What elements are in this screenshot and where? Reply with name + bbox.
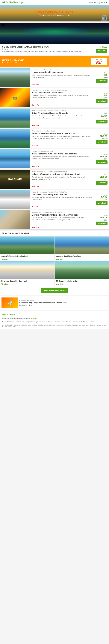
- header: GROUPON Getaways View All Getaways Deals…: [0, 0, 109, 5]
- deal-save-convenient-nj: Save 47%: [32, 206, 92, 208]
- from-label: From: [104, 113, 107, 114]
- deal-card-convenient-nj: Wayne, NJ — Ramada by Wyndham Wayne Fair…: [0, 190, 109, 209]
- mini-deal-link-adirondacks[interactable]: View Deal: [56, 283, 63, 285]
- deal-price-wrapper: From $1,459 $2,060: [101, 112, 107, 119]
- deal-location-kalahari: Pocono Mountains, PA — Kalahari Resorts …: [32, 171, 92, 172]
- deal-body-stmaarten: Maho Bay, Sint Maarten — Sonesta Ocean P…: [30, 108, 94, 128]
- deal-original-price-convenient-nj: $87: [105, 199, 107, 200]
- deal-price-wrapper: From $45.90 $87: [101, 194, 107, 201]
- deal-title-kalahari: Kalahari Waterpark in the Poconos with A…: [32, 173, 92, 175]
- deal-location-nj-resort: Parsippany, NJ — Wyndham Hotel: [32, 151, 92, 152]
- iceland-deal-location: Reykjavik: [2, 48, 92, 50]
- deal-title-luxury-resort: Luxury Resort in White Mountains: [32, 71, 92, 74]
- mini-deal-content-adirondacks: 4.5-Star Adirondacks Lodge View Deal: [55, 279, 109, 286]
- footer-groupon-logo: GROUPON: [2, 313, 15, 316]
- deal-pricing-luxury-resort: From $99 $141 View Deal: [94, 68, 109, 87]
- header-nav[interactable]: View All Getaways Deals ▾: [87, 2, 107, 4]
- view-all-getaways-button[interactable]: View All Getaways Deals: [41, 288, 68, 293]
- hero-banner: LONG WEEKEND PLANS? Plan your Memorial D…: [0, 5, 109, 22]
- view-deal-btn-luxury-resort[interactable]: View Deal: [96, 79, 107, 83]
- iceland-deal-pricing: From $599 View Deal: [92, 46, 107, 53]
- promo-title: EXTRA 10% OFF: [2, 59, 24, 62]
- deal-price-wrapper: From $115.20 $144: [99, 214, 107, 221]
- view-deal-btn-convenient-nj[interactable]: View Deal: [96, 201, 107, 205]
- deal-price-convenient-nj: $45.90: [101, 196, 107, 198]
- deal-location-poconos: Tannersville, PA — Camelback Resort: [32, 130, 92, 132]
- deal-pricing-convenient-nj: From $45.90 $87 View Deal: [94, 190, 109, 209]
- footer-help-text: Need Help? Have Feedback? Feel free to c…: [2, 318, 107, 320]
- deal-card-poconos: Tannersville, PA — Camelback Resort Moun…: [0, 129, 109, 148]
- iceland-from-label: From $599: [99, 46, 107, 48]
- iceland-deal-description: Explore Reykjavik on your own or take on…: [2, 50, 92, 52]
- from-label: From: [104, 134, 107, 135]
- hero-title: LONG WEEKEND PLANS?: [36, 10, 73, 14]
- from-label: From: [104, 72, 107, 74]
- mini-deal-ocean-city: Hotel near Ocean City Boardwalk View Dea…: [0, 261, 54, 286]
- iceland-deal-content: ✈ 5-Day Iceland Vacation with Air from G…: [0, 44, 109, 55]
- deal-location-luxury-resort: Lincoln, NH — The Mountain Club on Loon: [32, 69, 92, 71]
- deal-location-convenient-nj: Wayne, NJ — Ramada by Wyndham Wayne Fair…: [32, 192, 92, 193]
- view-deal-btn-nj-resort[interactable]: View Deal: [96, 160, 107, 164]
- deal-card-stmaarten: Maho Bay, Sint Maarten — Sonesta Ocean P…: [0, 108, 109, 128]
- deal-body-nj-resort: Parsippany, NJ — Wyndham Hotel 4-Star Re…: [30, 149, 94, 168]
- deal-card-luxury-resort: Lincoln, NH — The Mountain Club on Loon …: [0, 68, 109, 87]
- deal-card-inner: Ledyard, CT — The Fox Tower at Foxwoods …: [0, 88, 109, 107]
- hero-content: LONG WEEKEND PLANS? Plan your Memorial D…: [36, 10, 73, 16]
- deal-image-luxury-resort: [0, 68, 30, 87]
- view-deal-btn-poconos[interactable]: View Deal: [96, 140, 107, 144]
- footer-contact-link[interactable]: contact us: [30, 318, 37, 319]
- mini-deal-image-maryland: [55, 236, 109, 254]
- deal-desc-kalahari: Recently opened waterpark resort with yo…: [32, 176, 92, 180]
- deal-pricing-nj-resort: From $119.40 $393 View Deal: [94, 149, 109, 168]
- deal-image-poconos: [0, 129, 30, 148]
- iceland-view-deal-button[interactable]: View Deal: [96, 49, 107, 53]
- mini-deal-link-maryland[interactable]: View Deal: [56, 258, 63, 260]
- mini-deal-title-adirondacks: 4.5-Star Adirondacks Lodge: [56, 280, 108, 282]
- deal-pricing-cape-cod: From $115.20 $144 View Deal: [94, 210, 109, 230]
- mini-deal-link-great-wolf[interactable]: View Deal: [1, 258, 8, 260]
- from-label: From: [104, 215, 107, 216]
- ad-subtitle[interactable]: Bombas (Buy Here): [19, 304, 107, 306]
- ad-label: Powered by ★ Advertiser: [19, 300, 107, 301]
- view-deal-btn-cape-cod[interactable]: View Deal: [96, 222, 107, 225]
- deal-image-kalahari: [0, 170, 30, 189]
- view-deal-btn-casino[interactable]: View Deal: [96, 99, 107, 103]
- from-label: From: [104, 174, 107, 176]
- deal-price-wrapper: From $99 $141: [104, 72, 107, 78]
- deal-price-wrapper: From $149.99 $249.00: [99, 133, 107, 140]
- deal-price-luxury-resort: $99: [104, 74, 107, 76]
- deal-image-cape-cod: [0, 210, 30, 230]
- footer-body-content: To unsubscribe your property with Groupo…: [2, 321, 96, 322]
- deal-image-convenient-nj: [0, 190, 30, 209]
- deal-original-price-poconos: $249.00: [102, 138, 107, 139]
- iceland-deal-text: ✈ 5-Day Iceland Vacation with Air from G…: [2, 46, 92, 54]
- deal-price-wrapper: From $169.99 $279: [99, 174, 107, 180]
- deal-location-stmaarten: Maho Bay, Sint Maarten — Sonesta Ocean P…: [32, 110, 92, 112]
- deal-pricing-kalahari: From $169.99 $279 View Deal: [94, 170, 109, 189]
- deal-image-nj-resort: [0, 149, 30, 168]
- deal-body-cape-cod: Barnstable, MA — Holiday Inn Cape Cod - …: [30, 210, 94, 230]
- deal-desc-poconos: Camelback Resort—home of Aquatopia voted…: [32, 135, 92, 140]
- hero-subtitle-text[interactable]: Plan your Memorial Day escape today ›: [39, 14, 70, 16]
- view-deal-btn-kalahari[interactable]: View Deal: [96, 181, 107, 184]
- iceland-price: $599: [102, 46, 107, 48]
- deal-pricing-casino: From $74 $124 View Deal: [94, 88, 109, 107]
- deal-body-convenient-nj: Wayne, NJ — Ramada by Wyndham Wayne Fair…: [30, 190, 94, 209]
- deal-card-cape-cod: Barnstable, MA — Holiday Inn Cape Cod - …: [0, 210, 109, 230]
- deal-save-poconos: Save 40%: [32, 145, 92, 146]
- deal-title-casino: 4-Star Mashantucket Casino Hotel: [32, 92, 92, 94]
- deal-pricing-stmaarten: From $1,459 $2,060 View Deal: [94, 108, 109, 128]
- view-all-section: View All Getaways Deals: [0, 286, 109, 295]
- view-all-deals-link[interactable]: View All Getaways Deals: [87, 2, 105, 4]
- mini-deals-grid: Great Wolf Lodge in New England View Dea…: [0, 236, 109, 286]
- footer-unsubscribe-text: You received this because you subscribed…: [2, 324, 107, 327]
- view-deal-btn-stmaarten[interactable]: View Deal: [96, 120, 107, 124]
- deal-title-convenient-nj: Convenient New Jersey Hotel near NYC: [32, 193, 92, 196]
- mini-deal-link-ocean-city[interactable]: View Deal: [1, 283, 8, 285]
- deal-body-kalahari: Pocono Mountains, PA — Kalahari Resorts …: [30, 170, 94, 189]
- deal-save-stmaarten: Save 49%: [32, 124, 92, 126]
- mini-deal-content-maryland: Maryland Hotel Steps from Beach View Dea…: [55, 254, 109, 261]
- mini-deal-image-ocean-city: [0, 261, 54, 279]
- deal-card-inner: Maho Bay, Sint Maarten — Sonesta Ocean P…: [0, 108, 109, 128]
- deal-original-price-luxury-resort: $141: [104, 76, 107, 78]
